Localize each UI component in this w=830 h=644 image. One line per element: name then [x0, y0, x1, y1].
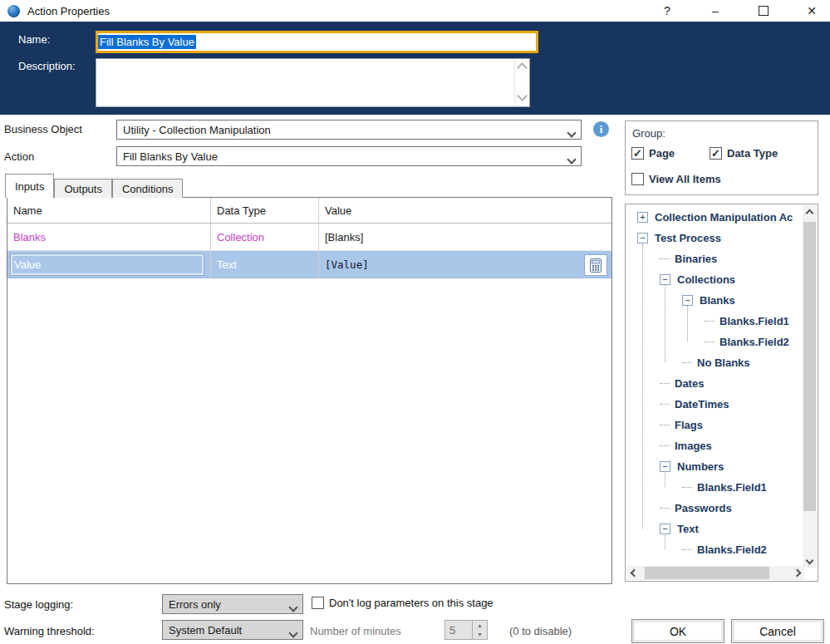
tree-connector: [705, 342, 715, 342]
tree-item-dates[interactable]: Dates: [626, 373, 704, 394]
header-panel: Name: Fill Blanks By Value Description:: [0, 23, 830, 115]
name-cell-editor[interactable]: Value: [10, 253, 204, 276]
tree-item-blanks-field2[interactable]: Blanks.Field2: [626, 332, 789, 352]
arrow-down-icon[interactable]: ▼: [473, 630, 487, 639]
column-header-name[interactable]: Name: [7, 198, 211, 223]
scroll-down-icon[interactable]: [803, 554, 817, 566]
checkbox-checked-icon[interactable]: ✓: [710, 147, 722, 160]
close-icon[interactable]: ✕: [798, 1, 825, 21]
minutes-stepper[interactable]: 5 ▲▼: [444, 620, 488, 640]
scroll-left-icon[interactable]: [628, 566, 640, 580]
tab-conditions[interactable]: Conditions: [112, 179, 183, 198]
tree-item-binaries[interactable]: Binaries: [626, 248, 717, 269]
tree-item-blanks-field1[interactable]: Blanks.Field1: [626, 311, 789, 332]
arrow-up-icon[interactable]: ▲: [473, 621, 487, 630]
minutes-value: 5: [445, 621, 472, 639]
tree-connector: [660, 404, 670, 405]
name-input[interactable]: Fill Blanks By Value: [96, 31, 538, 53]
tree-horizontal-scrollbar[interactable]: [626, 566, 804, 580]
checkbox-label: View All Items: [649, 173, 721, 185]
scrollbar-thumb[interactable]: [645, 567, 769, 579]
business-object-select[interactable]: Utility - Collection Manipulation: [116, 120, 582, 140]
tree-item-blanks[interactable]: −Blanks: [626, 290, 735, 311]
collapse-icon[interactable]: −: [637, 233, 648, 243]
scroll-up-icon[interactable]: [517, 62, 528, 73]
collapse-icon[interactable]: −: [660, 461, 670, 472]
tree-item-blanks-field1[interactable]: Blanks.Field1: [626, 477, 767, 498]
expand-icon[interactable]: +: [637, 212, 648, 223]
group-checkbox-page[interactable]: ✓Page: [631, 147, 675, 160]
description-input[interactable]: [96, 58, 530, 107]
action-select[interactable]: Fill Blanks By Value: [116, 146, 582, 166]
tree-item-numbers[interactable]: −Numbers: [626, 456, 724, 477]
scroll-down-icon[interactable]: [517, 91, 528, 101]
scroll-right-icon[interactable]: [791, 566, 803, 580]
warning-threshold-select[interactable]: System Default: [162, 620, 303, 640]
tree-item-blanks-field2[interactable]: Blanks.Field2: [626, 539, 767, 560]
group-checkbox-view-all-items[interactable]: View All Items: [631, 173, 721, 185]
help-icon[interactable]: ?: [654, 1, 680, 21]
tree-item-datetimes[interactable]: DateTimes: [626, 394, 729, 415]
scrollbar-thumb[interactable]: [803, 222, 816, 511]
data-items-tree: +Collection Manipulation Ac−Test Process…: [626, 204, 803, 567]
table-header-row: Name Data Type Value: [7, 198, 611, 224]
tab-strip: InputsOutputsConditions: [5, 174, 183, 198]
checkbox-label: Page: [649, 147, 675, 160]
warning-threshold-value: System Default: [169, 624, 242, 637]
tree-item-label: Test Process: [655, 232, 721, 244]
table-row[interactable]: ValueText[Value]: [7, 251, 611, 278]
window-title: Action Properties: [27, 5, 110, 17]
description-scrollbar[interactable]: [514, 59, 529, 106]
collapse-icon[interactable]: −: [660, 524, 670, 534]
dont-log-label: Don't log parameters on this stage: [329, 597, 494, 609]
column-header-value[interactable]: Value: [319, 198, 611, 223]
checkbox-icon[interactable]: [631, 173, 644, 185]
chevron-down-icon: [290, 627, 297, 639]
group-checkbox-data-type[interactable]: ✓Data Type: [710, 147, 778, 160]
tree-item-collection-manipulation-ac[interactable]: +Collection Manipulation Ac: [626, 207, 793, 228]
stepper-arrows[interactable]: ▲▼: [472, 621, 487, 639]
cell-name[interactable]: Blanks: [7, 224, 211, 250]
tree-item-text[interactable]: −Text: [626, 519, 699, 539]
column-header-data-type[interactable]: Data Type: [211, 198, 319, 223]
tab-outputs[interactable]: Outputs: [54, 179, 112, 198]
name-input-selected-text: Fill Blanks By Value: [98, 35, 196, 49]
cell-name[interactable]: Value: [7, 251, 211, 278]
checkbox-icon[interactable]: [312, 597, 324, 609]
business-object-label: Business Object: [4, 123, 82, 135]
dont-log-checkbox[interactable]: Don't log parameters on this stage: [312, 597, 494, 609]
checkbox-checked-icon[interactable]: ✓: [631, 147, 644, 160]
tree-item-passwords[interactable]: Passwords: [626, 498, 732, 519]
tree-connector: [660, 425, 670, 425]
action-label: Action: [4, 150, 34, 163]
expression-calculator-icon[interactable]: [584, 254, 607, 276]
stage-logging-select[interactable]: Errors only: [162, 594, 303, 614]
tree-item-no-blanks[interactable]: No Blanks: [626, 352, 750, 373]
ok-button[interactable]: OK: [631, 619, 724, 643]
stage-logging-label: Stage logging:: [4, 598, 73, 611]
maximize-icon[interactable]: [750, 1, 777, 21]
tree-item-label: Flags: [675, 419, 703, 431]
minimize-icon[interactable]: –: [702, 1, 729, 21]
cell-value[interactable]: [Blanks]: [319, 224, 611, 250]
tree-item-label: Dates: [675, 377, 704, 390]
cell-data-type[interactable]: Collection: [211, 224, 319, 250]
business-object-value: Utility - Collection Manipulation: [123, 124, 271, 136]
info-icon[interactable]: i: [593, 121, 609, 137]
blue-prism-app-icon: [7, 5, 20, 17]
cancel-button[interactable]: Cancel: [731, 619, 824, 643]
group-label: Group:: [632, 127, 665, 140]
tree-item-images[interactable]: Images: [626, 435, 712, 456]
tree-item-flags[interactable]: Flags: [626, 415, 703, 435]
collapse-icon[interactable]: −: [682, 295, 693, 306]
table-row[interactable]: BlanksCollection[Blanks]: [7, 224, 611, 251]
tree-vertical-scrollbar[interactable]: [803, 205, 817, 568]
scroll-up-icon[interactable]: [803, 207, 817, 219]
tree-item-test-process[interactable]: −Test Process: [626, 228, 721, 248]
tab-inputs[interactable]: Inputs: [5, 174, 54, 198]
cell-value[interactable]: [Value]: [319, 251, 611, 278]
group-panel: Group: ✓Page✓Data TypeView All Items: [625, 120, 818, 195]
tree-item-collections[interactable]: −Collections: [626, 269, 735, 290]
cell-data-type[interactable]: Text: [211, 251, 319, 278]
collapse-icon[interactable]: −: [660, 274, 670, 285]
